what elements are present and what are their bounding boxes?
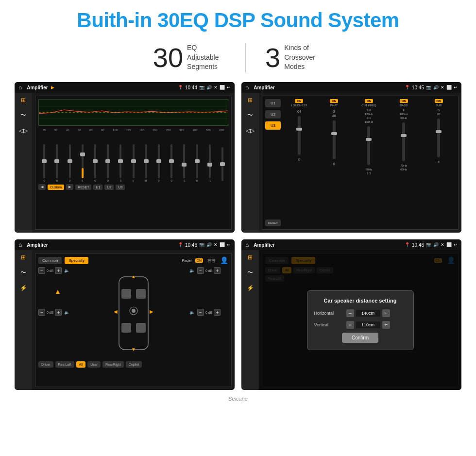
dialog-horizontal-label: Horizontal xyxy=(314,311,343,316)
vol-minus-2[interactable]: − xyxy=(38,309,45,316)
crossover-close-icon: ✕ xyxy=(441,85,444,90)
user-btn[interactable]: User xyxy=(87,361,101,368)
dialog-camera-icon: 📷 xyxy=(426,242,431,247)
dialog-vertical-row: Vertical − 110cm + xyxy=(314,321,407,329)
dialog-status-icons: 📍 10:46 📷 🔊 ✕ ⬜ ↩ xyxy=(405,242,458,248)
balance-close-icon: ✕ xyxy=(214,242,218,247)
eq-slider-9[interactable]: 0 xyxy=(140,144,152,182)
rearright-btn[interactable]: RearRight xyxy=(102,361,124,368)
dialog-horizontal-minus[interactable]: − xyxy=(346,309,354,317)
vol-plus-1[interactable]: + xyxy=(55,267,62,274)
bass-slider[interactable] xyxy=(402,122,405,161)
copilot-btn[interactable]: Copilot xyxy=(126,361,142,368)
watermark: Seicane xyxy=(0,395,476,403)
stat-eq: 30 EQ AdjustableSegments xyxy=(134,42,245,73)
phat-on-btn[interactable]: ON xyxy=(330,99,338,103)
crossover-title: Amplifier xyxy=(254,85,274,90)
eq-slider-7[interactable]: 0 xyxy=(115,144,126,182)
crossover-reset-btn[interactable]: RESET xyxy=(265,220,281,226)
eq-slider-15[interactable] xyxy=(217,147,228,182)
balance-location-icon: 📍 xyxy=(178,242,183,247)
eq-reset-btn[interactable]: RESET xyxy=(75,185,91,190)
car-body-container: ▲ ▼ ◀ ▶ xyxy=(114,274,153,352)
specialty-btn[interactable]: Specialty xyxy=(65,257,88,264)
crossover-u1-btn[interactable]: U1 xyxy=(265,99,281,107)
eq-slider-5[interactable]: 0 xyxy=(89,144,101,182)
fader-label: Fader xyxy=(182,258,192,263)
rearleft-btn[interactable]: RearLeft xyxy=(55,361,74,368)
vol-minus-4[interactable]: − xyxy=(197,309,204,316)
phat-label: PHAT xyxy=(330,104,338,107)
eq-u3-btn[interactable]: U3 xyxy=(116,185,125,190)
eq-slider-3[interactable]: 0 xyxy=(64,144,75,182)
cutfreq-on-btn[interactable]: ON xyxy=(365,99,373,103)
eq-time: 10:44 xyxy=(185,85,197,90)
eq-slider-1[interactable]: 0 xyxy=(38,144,50,182)
eq-slider-10[interactable]: 0 xyxy=(153,144,165,182)
vol-plus-2[interactable]: + xyxy=(55,309,62,316)
vol-val-3: 0 dB xyxy=(205,269,212,272)
balance-tune-icon: ⊞ xyxy=(21,254,26,261)
dialog-confirm-button[interactable]: Confirm xyxy=(342,333,378,343)
channel-bass: ON BASS F 100Hz 90Hz 70Hz 60Hz xyxy=(387,99,420,226)
eq-slider-14[interactable]: -1 xyxy=(204,144,216,182)
svg-text:▼: ▼ xyxy=(131,347,136,352)
common-btn[interactable]: Common xyxy=(38,257,62,264)
car-arrow-right xyxy=(189,277,228,306)
eq-slider-11[interactable]: 0 xyxy=(166,144,177,182)
sub-slider[interactable] xyxy=(437,118,440,157)
eq-slider-6[interactable]: 0 xyxy=(102,144,114,182)
eq-u1-btn[interactable]: U1 xyxy=(93,185,102,190)
crossover-tune-icon: ⊞ xyxy=(248,97,253,103)
loudness-on-btn[interactable]: ON xyxy=(295,99,303,103)
svg-text:▶: ▶ xyxy=(150,309,153,314)
all-btn[interactable]: All xyxy=(76,361,86,368)
bass-on-btn[interactable]: ON xyxy=(400,99,408,103)
crossover-u3-btn[interactable]: U3 xyxy=(265,121,281,130)
eq-u2-btn[interactable]: U2 xyxy=(104,185,114,190)
vol-minus-3[interactable]: − xyxy=(197,267,204,274)
dialog-horizontal-plus[interactable]: + xyxy=(382,309,390,317)
car-svg: ▲ ▼ ◀ ▶ xyxy=(114,274,153,352)
vol-val-4: 0 dB xyxy=(205,311,212,314)
driver-btn[interactable]: Driver xyxy=(38,361,53,368)
stat-eq-number: 30 xyxy=(153,42,183,73)
eq-tune-icon: ⊞ xyxy=(21,97,26,103)
cutfreq-label: CUT FREQ xyxy=(361,104,376,107)
eq-slider-4[interactable]: 5 xyxy=(77,144,88,182)
dialog-vertical-plus[interactable]: + xyxy=(382,321,390,329)
balance-bluetooth-icon: ⚡ xyxy=(20,285,27,291)
dialog-vertical-minus[interactable]: − xyxy=(346,321,354,329)
balance-status-icons: 📍 10:46 📷 🔊 ✕ ⬜ ↩ xyxy=(178,242,231,248)
eq-next-btn[interactable]: ▶ xyxy=(66,184,73,190)
eq-slider-2[interactable]: 0 xyxy=(51,144,63,182)
sub-on-btn[interactable]: ON xyxy=(435,99,443,103)
vol-plus-4[interactable]: + xyxy=(214,309,221,316)
crossover-u2-btn[interactable]: U2 xyxy=(265,110,281,118)
phat-slider[interactable] xyxy=(333,120,336,159)
speaker-left-icon: 🔈 xyxy=(64,268,69,273)
eq-screen: ⌂ Amplifier ▶ 📍 10:44 📷 🔊 ✕ ⬜ ↩ ⊞ 〜 ◁▷ xyxy=(15,82,235,233)
vol-minus-1[interactable]: − xyxy=(38,267,45,274)
eq-slider-12[interactable]: -1 xyxy=(178,144,190,182)
svg-rect-0 xyxy=(39,100,228,125)
vol-plus-3[interactable]: + xyxy=(214,267,221,274)
dialog-title: Car speaker distance setting xyxy=(314,298,407,304)
loudness-slider[interactable] xyxy=(298,116,301,155)
fader-on-btn[interactable]: ON xyxy=(195,258,204,263)
car-diagram: ▲ ▼ ◀ ▶ xyxy=(81,267,186,359)
eq-custom-btn[interactable]: Custom xyxy=(48,185,64,190)
eq-prev-btn[interactable]: ◀ xyxy=(38,184,46,190)
svg-rect-7 xyxy=(136,289,146,299)
cutfreq-slider[interactable] xyxy=(367,126,370,165)
eq-slider-8[interactable]: 0 xyxy=(127,144,139,182)
vol-val-2: 0 dB xyxy=(47,311,53,314)
crossover-camera-icon: 📷 xyxy=(426,85,431,90)
eq-graph-svg xyxy=(39,100,228,125)
balance-screen-content: ⊞ 〜 ⚡ Common Specialty Fader ON ⊟⊟ 👤 xyxy=(15,250,235,390)
dialog-vertical-label: Vertical xyxy=(314,322,343,327)
eq-main-area: 2532 4050 6380 100125 160200 250320 4005… xyxy=(32,93,235,233)
crossover-wave-icon: 〜 xyxy=(247,111,253,119)
eq-slider-13[interactable]: 0 xyxy=(191,144,203,182)
dialog-location-icon: 📍 xyxy=(405,242,410,247)
